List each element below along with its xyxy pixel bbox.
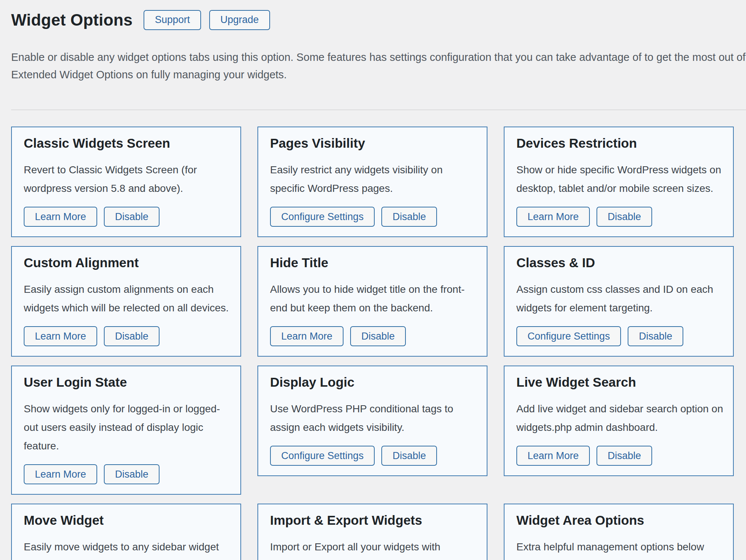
card-description: Easily assign custom alignments on each … (24, 280, 229, 317)
card-title: Display Logic (270, 374, 476, 390)
upgrade-button[interactable]: Upgrade (209, 10, 270, 30)
disable-button[interactable]: Disable (381, 446, 437, 466)
feature-card-display-logic: Display Logic Use WordPress PHP conditio… (257, 366, 487, 476)
feature-card-devices-restriction: Devices Restriction Show or hide specifi… (504, 127, 734, 237)
card-title: Widget Area Options (516, 512, 722, 528)
learn-more-button[interactable]: Learn More (270, 326, 344, 346)
section-divider (11, 109, 746, 110)
feature-cards-grid: Classic Widgets Screen Revert to Classic… (11, 127, 735, 560)
disable-button[interactable]: Disable (597, 207, 652, 227)
support-button[interactable]: Support (144, 10, 201, 30)
card-description: Easily move widgets to any sidebar widge… (24, 538, 229, 556)
feature-card-live-widget-search: Live Widget Search Add live widget and s… (504, 366, 734, 476)
card-description: Allows you to hide widget title on the f… (270, 280, 476, 317)
disable-button[interactable]: Disable (597, 446, 652, 466)
card-title: Devices Restriction (516, 135, 722, 151)
card-title: Move Widget (24, 512, 229, 528)
card-actions: Configure SettingsDisable (270, 446, 476, 466)
page-description-line-1: Enable or disable any widget options tab… (11, 49, 746, 66)
card-description: Use WordPress PHP conditional tags to as… (270, 400, 476, 437)
card-title: Classes & ID (516, 255, 722, 271)
card-actions: Learn MoreDisable (270, 326, 476, 346)
page-description-line-2: Extended Widget Options on fully managin… (11, 66, 746, 83)
learn-more-button[interactable]: Learn More (24, 326, 97, 346)
learn-more-button[interactable]: Learn More (516, 446, 590, 466)
card-title: Pages Visibility (270, 135, 476, 151)
learn-more-button[interactable]: Learn More (24, 207, 97, 227)
card-title: User Login State (24, 374, 229, 390)
feature-card-hide-title: Hide Title Allows you to hide widget tit… (257, 246, 487, 357)
card-description: Assign custom css classes and ID on each… (516, 280, 722, 317)
page-header: Widget Options Support Upgrade (11, 10, 746, 30)
card-description: Extra helpful management options below (516, 538, 722, 556)
card-actions: Configure SettingsDisable (270, 207, 476, 227)
card-title: Classic Widgets Screen (24, 135, 229, 151)
disable-button[interactable]: Disable (350, 326, 406, 346)
card-title: Import & Export Widgets (270, 512, 476, 528)
card-actions: Configure SettingsDisable (516, 326, 722, 346)
widget-options-page: Widget Options Support Upgrade Enable or… (0, 0, 746, 560)
card-description: Import or Export all your widgets with (270, 538, 476, 556)
configure-settings-button[interactable]: Configure Settings (516, 326, 621, 346)
configure-settings-button[interactable]: Configure Settings (270, 207, 375, 227)
feature-card-widget-area-options: Widget Area Options Extra helpful manage… (504, 504, 734, 560)
page-title: Widget Options (11, 10, 132, 30)
configure-settings-button[interactable]: Configure Settings (270, 446, 375, 466)
card-title: Hide Title (270, 255, 476, 271)
card-description: Show widgets only for logged-in or logge… (24, 400, 229, 455)
feature-card-custom-alignment: Custom Alignment Easily assign custom al… (11, 246, 241, 357)
card-description: Add live widget and sidebar search optio… (516, 400, 722, 437)
card-description: Revert to Classic Widgets Screen (for wo… (24, 161, 229, 198)
card-actions: Learn MoreDisable (24, 326, 229, 346)
card-actions: Learn MoreDisable (24, 464, 229, 484)
disable-button[interactable]: Disable (104, 464, 160, 484)
disable-button[interactable]: Disable (104, 207, 160, 227)
feature-card-classes-id: Classes & ID Assign custom css classes a… (504, 246, 734, 357)
feature-card-pages-visibility: Pages Visibility Easily restrict any wid… (257, 127, 487, 237)
disable-button[interactable]: Disable (381, 207, 437, 227)
page-description: Enable or disable any widget options tab… (11, 49, 746, 83)
card-description: Show or hide specific WordPress widgets … (516, 161, 722, 198)
feature-card-import-export-widgets: Import & Export Widgets Import or Export… (257, 504, 487, 560)
card-actions: Learn MoreDisable (24, 207, 229, 227)
card-actions: Learn MoreDisable (516, 446, 722, 466)
card-title: Live Widget Search (516, 374, 722, 390)
disable-button[interactable]: Disable (628, 326, 683, 346)
learn-more-button[interactable]: Learn More (24, 464, 97, 484)
feature-card-classic-widgets-screen: Classic Widgets Screen Revert to Classic… (11, 127, 241, 237)
card-title: Custom Alignment (24, 255, 229, 271)
card-description: Easily restrict any widgets visibility o… (270, 161, 476, 198)
learn-more-button[interactable]: Learn More (516, 207, 590, 227)
card-actions: Learn MoreDisable (516, 207, 722, 227)
feature-card-user-login-state: User Login State Show widgets only for l… (11, 366, 241, 495)
disable-button[interactable]: Disable (104, 326, 160, 346)
feature-card-move-widget: Move Widget Easily move widgets to any s… (11, 504, 241, 560)
